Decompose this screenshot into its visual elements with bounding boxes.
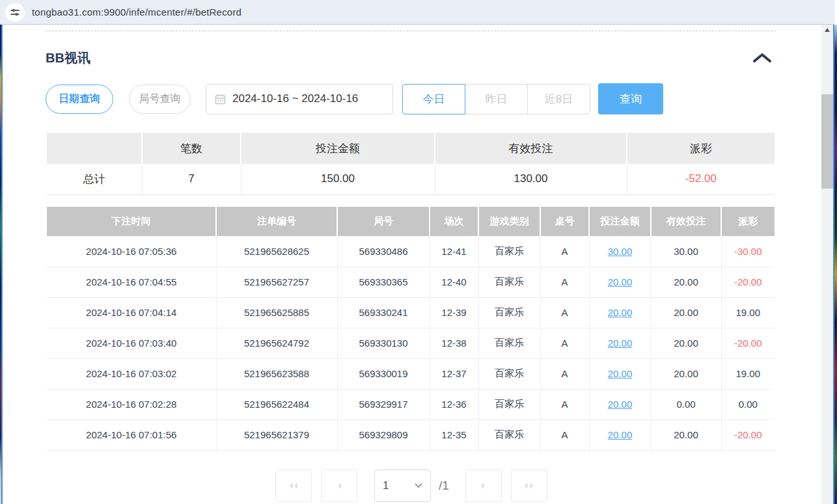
filter-toolbar: 日期查询 局号查询 2024-10-16 ~ 2024-10-16 今日 昨日 … (46, 83, 663, 114)
table-cell: 百家乐 (478, 297, 540, 328)
table-cell: 521965622484 (216, 389, 337, 419)
table-row: 2024-10-16 07:05:36521965628625569330486… (47, 236, 775, 267)
table-cell: 12-38 (430, 328, 478, 358)
quick-yesterday-button[interactable]: 昨日 (465, 84, 528, 114)
table-cell: 20.00 (651, 267, 721, 297)
bet-amount-cell: 20.00 (589, 297, 651, 328)
quick-today-button[interactable]: 今日 (402, 84, 465, 114)
table-cell: A (540, 267, 589, 297)
table-cell: 2024-10-16 07:03:02 (47, 358, 216, 389)
tab-round-query[interactable]: 局号查询 (129, 85, 191, 114)
arrow-left-icon (335, 481, 343, 490)
table-cell: A (540, 358, 589, 389)
summary-table: 笔数投注金额有效投注派彩 总计 7 150.00 130.00 -52.00 (47, 133, 775, 195)
table-cell: A (540, 297, 589, 328)
table-cell: 569330241 (337, 297, 430, 328)
browser-window: tongbao31.com:9900/infe/mcenter/#/betRec… (0, 0, 837, 504)
search-button[interactable]: 查询 (598, 83, 663, 114)
table-cell: 百家乐 (478, 236, 540, 267)
bet-amount-link[interactable]: 30.00 (608, 246, 633, 257)
calendar-icon (215, 94, 226, 105)
bet-amount-cell: 20.00 (589, 267, 651, 297)
table-cell: 2024-10-16 07:03:40 (47, 328, 216, 358)
page-title: BB视讯 (46, 49, 90, 67)
chevron-down-icon (415, 483, 422, 488)
bet-records-table: 下注时间注单编号局号场次游戏类别桌号投注金额有效投注派彩 2024-10-16 … (47, 207, 775, 451)
summary-total-row: 总计 7 150.00 130.00 -52.00 (47, 164, 775, 194)
table-row: 2024-10-16 07:04:14521965625885569330241… (47, 297, 775, 328)
records-header-cell: 有效投注 (651, 207, 721, 236)
table-cell: 百家乐 (478, 419, 540, 450)
date-range-input[interactable]: 2024-10-16 ~ 2024-10-16 (206, 84, 393, 114)
double-arrow-right-icon (523, 481, 535, 490)
scrollbar-up-arrow[interactable] (821, 25, 833, 35)
table-cell: 12-37 (430, 358, 478, 389)
page-select-value: 1 (383, 479, 389, 492)
table-cell: 569330019 (337, 358, 430, 389)
table-cell: 百家乐 (478, 358, 540, 389)
next-page-button[interactable] (465, 470, 502, 502)
table-cell: A (540, 389, 589, 419)
bet-amount-link[interactable]: 20.00 (608, 399, 633, 410)
table-cell: 12-41 (430, 236, 478, 267)
records-header-cell: 投注金额 (589, 207, 651, 236)
bet-amount-link[interactable]: 20.00 (608, 368, 633, 379)
page-select[interactable]: 1 (374, 470, 431, 502)
table-cell: A (540, 328, 589, 358)
collapse-section-button[interactable] (750, 50, 775, 66)
summary-header-cell: 有效投注 (435, 133, 627, 164)
site-settings-icon[interactable] (5, 3, 25, 21)
summary-payout: -52.00 (627, 164, 775, 194)
scrollbar-thumb[interactable] (821, 94, 833, 189)
table-row: 2024-10-16 07:03:02521965623588569330019… (47, 358, 775, 389)
quick-range-group: 今日 昨日 近8日 (402, 84, 590, 114)
bet-amount-cell: 20.00 (589, 358, 651, 389)
table-row: 2024-10-16 07:01:56521965621379569329809… (47, 419, 775, 450)
summary-header-row: 笔数投注金额有效投注派彩 (47, 133, 775, 164)
table-cell: 2024-10-16 07:05:36 (47, 236, 216, 267)
chevron-up-icon (752, 51, 773, 64)
table-cell: 20.00 (651, 419, 721, 450)
background-page-edge-right (834, 25, 837, 504)
bet-amount-link[interactable]: 20.00 (608, 429, 633, 440)
first-page-button[interactable] (275, 470, 312, 502)
records-header-cell: 局号 (337, 207, 430, 236)
tab-date-query[interactable]: 日期查询 (46, 85, 113, 114)
date-range-value: 2024-10-16 ~ 2024-10-16 (232, 92, 358, 105)
table-cell: 569330365 (337, 267, 430, 297)
table-cell: 12-40 (430, 267, 478, 297)
table-cell: -20.00 (721, 267, 775, 297)
bet-amount-link[interactable]: 20.00 (608, 307, 633, 318)
bet-amount-cell: 30.00 (589, 236, 651, 267)
previous-page-button[interactable] (321, 470, 357, 502)
bet-amount-cell: 20.00 (589, 328, 651, 358)
records-header-cell: 场次 (430, 207, 478, 236)
bet-amount-cell: 20.00 (589, 419, 651, 450)
scrollbar[interactable] (821, 25, 833, 504)
quick-last8days-button[interactable]: 近8日 (527, 84, 590, 114)
table-row: 2024-10-16 07:02:28521965622484569329917… (47, 389, 775, 419)
table-cell: 12-35 (430, 419, 478, 450)
table-cell: -30.00 (721, 236, 775, 267)
table-cell: 19.00 (721, 297, 775, 328)
table-cell: 569330486 (337, 236, 430, 267)
bet-amount-link[interactable]: 20.00 (608, 276, 633, 287)
bet-amount-link[interactable]: 20.00 (608, 338, 633, 349)
table-cell: -20.00 (721, 419, 775, 450)
last-page-button[interactable] (511, 470, 547, 502)
table-cell: 521965627257 (216, 267, 337, 297)
summary-header-cell (47, 133, 142, 164)
table-cell: 百家乐 (478, 328, 540, 358)
table-cell: 30.00 (651, 236, 721, 267)
double-arrow-left-icon (288, 481, 299, 490)
summary-valid-bet: 130.00 (435, 164, 627, 194)
table-cell: 20.00 (651, 328, 721, 358)
table-cell: 0.00 (651, 389, 721, 419)
summary-count: 7 (142, 164, 241, 194)
table-cell: 百家乐 (478, 267, 540, 297)
table-cell: 569330130 (337, 328, 430, 358)
table-cell: 521965625885 (216, 297, 337, 328)
tune-icon (10, 7, 20, 18)
records-header-cell: 游戏类别 (478, 207, 540, 236)
browser-address-bar[interactable]: tongbao31.com:9900/infe/mcenter/#/betRec… (0, 0, 834, 25)
